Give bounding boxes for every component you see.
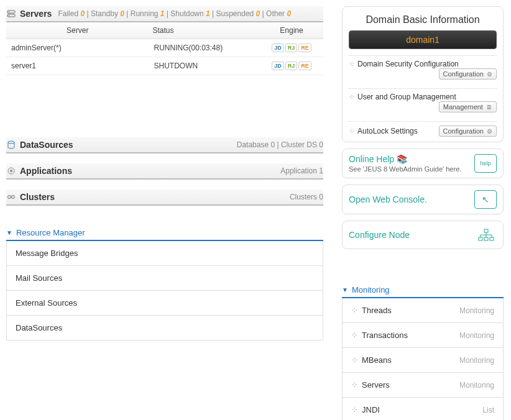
monitoring-title: Monitoring [352,285,390,294]
list-item[interactable]: ⁘ServersMonitoring [342,373,504,398]
svg-point-2 [9,11,10,12]
domain-info-heading: Domain Basic Information [349,14,497,25]
configure-node-title: Configure Node [349,230,410,240]
doc-icon: 🗎 [486,104,492,111]
col-engine: Engine [260,22,323,39]
clusters-title: Clusters [20,192,55,202]
svg-rect-12 [490,237,494,240]
engine-rj-icon[interactable]: RJ [285,43,298,52]
list-item-label: External Sources [16,298,77,308]
list-item[interactable]: ⁘JNDIList [342,398,504,420]
list-item-label: DataSources [16,323,62,332]
monitoring-header[interactable]: ▼ Monitoring [342,285,504,298]
engine-re-icon[interactable]: RE [298,62,311,70]
list-item-label: Message Bridges [16,249,78,258]
application-icon [6,166,16,176]
bullet-icon: ⁘ [351,380,358,390]
list-item-suffix: Monitoring [459,331,494,340]
svg-point-7 [8,196,11,199]
domain-config-label: User and Group Management [357,93,456,101]
cluster-icon [6,192,16,202]
domain-info-card: Domain Basic Information domain1 ⁘Domain… [342,6,504,142]
domain-name-bar[interactable]: domain1 [349,30,497,49]
list-item-label: Threads [362,306,392,315]
bullet-icon: ⁘ [351,355,358,365]
engine-jd-icon[interactable]: JD [272,62,284,70]
book-icon: 📚 [397,154,407,164]
configuration-button[interactable]: Configuration ⚙ [439,126,497,137]
bullet-icon: ⁘ [349,60,355,68]
open-web-console-title: Open Web Console. [349,194,427,204]
list-item[interactable]: ⁘TransactionsMonitoring [342,323,504,348]
list-item[interactable]: External Sources [6,291,323,316]
domain-config-row: ⁘Domain Security Configuration Configura… [349,55,497,82]
list-item-label: Servers [362,380,390,390]
list-item[interactable]: ⁘ThreadsMonitoring [342,298,504,323]
datasources-header[interactable]: DataSources Database 0 | Cluster DS 0 [6,137,323,153]
servers-stats: Failed 0 | Standby 0 | Running 1 | Shutd… [58,9,291,18]
list-item-label: MBeans [362,355,392,365]
online-help-card[interactable]: Online Help 📚 See 'JEUS 8 WebAdmin Guide… [342,148,504,178]
engine-jd-icon[interactable]: JD [272,43,284,52]
bullet-icon: ⁘ [351,331,358,340]
list-item-suffix: Monitoring [459,381,494,390]
col-status: Status [149,22,260,39]
list-item[interactable]: Mail Sources [6,266,323,291]
help-icon: help [474,154,497,173]
domain-config-label: AutoLock Settings [357,127,439,135]
bullet-icon: ⁘ [349,93,355,101]
collapse-icon: ▼ [342,286,348,293]
configuration-button[interactable]: Configuration ⚙ [439,68,497,80]
engine-re-icon[interactable]: RE [298,43,311,52]
list-item[interactable]: DataSources [6,316,323,340]
table-row[interactable]: adminServer(*) RUNNING(00:03:48) JDRJRE [6,39,323,57]
resource-manager-title: Resource Manager [16,228,85,237]
database-icon [6,140,16,150]
servers-header[interactable]: Servers Failed 0 | Standby 0 | Running 1… [6,6,323,22]
bullet-icon: ⁘ [349,127,355,135]
datasources-stats: Database 0 | Cluster DS 0 [237,140,323,149]
cursor-icon: ↖ [474,190,497,209]
bullet-icon: ⁘ [351,306,358,315]
list-item-label: Mail Sources [16,273,62,283]
online-help-sub: See 'JEUS 8 WebAdmin Guide' here. [349,165,461,173]
open-web-console-card[interactable]: Open Web Console. ↖ [342,185,504,214]
server-name-cell: adminServer(*) [6,39,149,57]
list-item-label: Transactions [362,331,408,340]
list-item-suffix: Monitoring [459,356,494,365]
bullet-icon: ⁘ [351,405,358,414]
list-item-suffix: List [482,406,494,414]
gear-icon: ⚙ [487,128,492,135]
list-item-label: JNDI [362,405,380,414]
engine-rj-icon[interactable]: RJ [285,62,298,70]
domain-config-label: Domain Security Configuration [357,60,459,68]
applications-header[interactable]: Applications Application 1 [6,163,323,180]
svg-point-3 [9,15,10,16]
domain-config-row: ⁘AutoLock Settings Configuration ⚙ [349,121,497,137]
list-item[interactable]: Message Bridges [6,241,323,266]
online-help-title: Online Help [349,154,394,164]
domain-config-row: ⁘User and Group Management Management 🗎 [349,88,497,115]
configure-node-card[interactable]: Configure Node [342,221,504,249]
list-item[interactable]: ⁘MBeansMonitoring [342,348,504,373]
clusters-header[interactable]: Clusters Clusters 0 [6,189,323,206]
server-status-cell: RUNNING(00:03:48) [149,39,260,57]
server-status-cell: SHUTDOWN [149,57,260,75]
table-row[interactable]: server1 SHUTDOWN JDRJRE [6,57,323,75]
management-button[interactable]: Management 🗎 [439,101,497,112]
resource-manager-header[interactable]: ▼ Resource Manager [6,228,323,241]
collapse-icon: ▼ [6,229,12,236]
domain-name: domain1 [406,35,440,45]
svg-rect-9 [484,229,488,232]
svg-rect-10 [479,237,482,240]
applications-stats: Application 1 [280,167,323,175]
svg-point-8 [12,196,15,199]
node-tree-icon [476,226,497,244]
engine-badges: JDRJRE [265,62,318,70]
servers-title: Servers [20,9,52,19]
list-item-suffix: Monitoring [459,306,494,315]
gear-icon: ⚙ [487,71,492,78]
svg-point-6 [10,170,12,172]
applications-title: Applications [20,166,72,176]
col-server: Server [6,22,149,39]
